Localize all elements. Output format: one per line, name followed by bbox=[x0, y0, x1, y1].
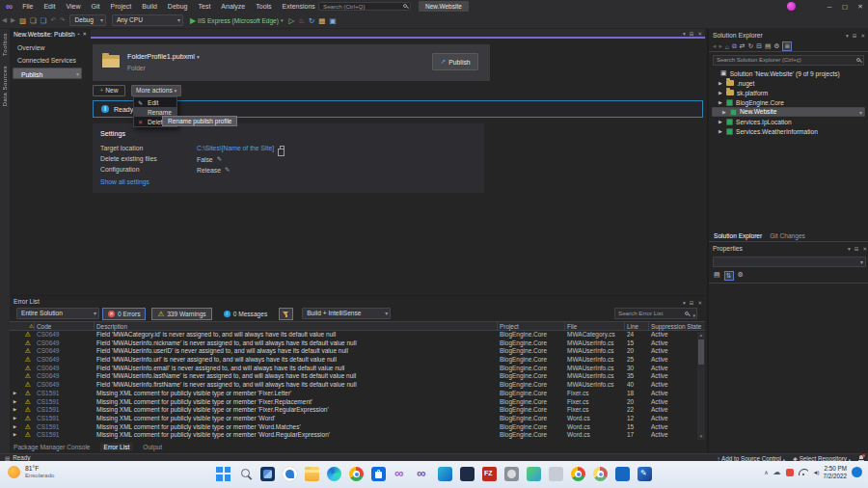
search-input[interactable]: Search (Ctrl+Q) bbox=[318, 2, 411, 11]
tab-publish[interactable]: New.Website: Publish ▪ ✕ bbox=[10, 29, 91, 39]
tree-item-sk-platform[interactable]: ▶sk.platform bbox=[709, 88, 868, 97]
close-icon[interactable]: ✕ bbox=[862, 246, 867, 252]
alphabetical-icon[interactable]: ⇅ bbox=[724, 271, 734, 281]
account-avatar[interactable] bbox=[787, 2, 796, 11]
tray-chevron-icon[interactable]: ∧ bbox=[764, 469, 768, 475]
caret-down-icon[interactable]: ▾ bbox=[846, 33, 849, 39]
widgets-icon[interactable] bbox=[260, 467, 275, 481]
filter-button[interactable] bbox=[279, 308, 293, 320]
tab-package-manager-console[interactable]: Package Manager Console bbox=[14, 444, 91, 450]
maximize-button[interactable]: ▢ bbox=[837, 3, 853, 11]
error-row[interactable]: ▶⚠CS1591Missing XML comment for publicly… bbox=[10, 431, 705, 440]
browser-preview-icon[interactable]: ▣ bbox=[327, 16, 338, 25]
error-row[interactable]: ▶⚠CS1591Missing XML comment for publicly… bbox=[10, 390, 705, 398]
error-list-search-input[interactable]: Search Error List ▾ bbox=[614, 308, 697, 319]
caret-down-icon[interactable]: ▾ bbox=[848, 246, 851, 252]
properties-wrench-icon[interactable]: ⚙ bbox=[773, 42, 779, 50]
tree-item-blogengine-core[interactable]: ▶BlogEngine.Core bbox=[709, 97, 868, 107]
scrollbar-thumb[interactable] bbox=[698, 339, 704, 365]
tree-item-solution-new-website-9-of-9-projects[interactable]: ▣Solution 'New.Website' (9 of 9 projects… bbox=[709, 68, 868, 78]
caret-down-icon[interactable]: ▾ bbox=[683, 31, 686, 37]
filezilla-icon[interactable] bbox=[482, 467, 497, 481]
open-folder-icon[interactable]: ❏ bbox=[28, 16, 39, 25]
visual-studio-icon[interactable] bbox=[393, 467, 408, 481]
store-icon[interactable] bbox=[371, 467, 386, 481]
menu-extensions[interactable]: Extensions bbox=[278, 1, 320, 13]
publish-nav-overview[interactable]: Overview bbox=[10, 42, 85, 53]
minimize-button[interactable]: ─ bbox=[822, 3, 837, 10]
blue-editor-icon[interactable] bbox=[637, 467, 652, 481]
app-blue-icon[interactable] bbox=[615, 467, 630, 481]
gimp-icon[interactable] bbox=[504, 467, 519, 481]
error-row[interactable]: ⚠CS0649Field 'MWAUserInfo.url' is never … bbox=[10, 356, 705, 365]
edit-pencil-icon[interactable]: ✎ bbox=[225, 166, 230, 174]
search-icon[interactable] bbox=[238, 467, 253, 481]
home-icon[interactable]: ⌂ bbox=[725, 43, 729, 50]
nav-forward-icon[interactable]: ▶ bbox=[9, 16, 17, 24]
chat-icon[interactable] bbox=[283, 467, 297, 481]
tray-app-icon[interactable] bbox=[786, 469, 794, 476]
pin-icon[interactable]: ⊟ bbox=[853, 33, 857, 39]
visual-studio-2-icon[interactable] bbox=[416, 467, 430, 481]
menu-item-edit[interactable]: ✎ Edit bbox=[134, 97, 176, 107]
solution-badge[interactable]: New.Website bbox=[419, 1, 469, 12]
expand-arrow-icon[interactable]: ▶ bbox=[722, 107, 727, 117]
severity-sort-icon[interactable]: ⚠ bbox=[10, 322, 35, 331]
solution-explorer-search-input[interactable]: Search Solution Explorer (Ctrl+ç) bbox=[713, 55, 864, 66]
file-explorer-icon[interactable] bbox=[305, 467, 319, 481]
error-row[interactable]: ⚠CS0649Field 'MWAUserInfo.userID' is nev… bbox=[10, 347, 705, 356]
search-icon[interactable] bbox=[403, 4, 407, 8]
expand-arrow-icon[interactable]: ▶ bbox=[10, 390, 20, 398]
scope-icon[interactable]: ⇄ bbox=[740, 42, 746, 50]
close-button[interactable]: ✕ bbox=[853, 3, 868, 11]
tab-solution-explorer[interactable]: Solution Explorer bbox=[714, 232, 762, 239]
vertical-scrollbar[interactable]: ▲ ▼ bbox=[697, 332, 705, 440]
sync-active-document-icon[interactable]: ⧉ bbox=[732, 42, 737, 50]
chrome-beta-icon[interactable] bbox=[571, 467, 585, 481]
close-icon[interactable]: ✕ bbox=[860, 33, 865, 39]
toolbox-vertical-tab[interactable]: Toolbox bbox=[2, 33, 8, 56]
data-sources-vertical-tab[interactable]: Data Sources bbox=[2, 66, 8, 106]
menu-tools[interactable]: Tools bbox=[251, 1, 276, 13]
onedrive-cloud-icon[interactable]: ☁ bbox=[773, 469, 781, 476]
error-row[interactable]: ▶⚠CS1591Missing XML comment for publicly… bbox=[10, 415, 705, 423]
expand-arrow-icon[interactable]: ▶ bbox=[10, 423, 20, 432]
close-icon[interactable]: ✕ bbox=[697, 300, 702, 306]
error-row[interactable]: ▶⚠CS1591Missing XML comment for publicly… bbox=[10, 423, 705, 432]
show-all-files-icon[interactable]: ▤ bbox=[765, 42, 771, 50]
platform-select[interactable]: Any CPU bbox=[112, 14, 183, 26]
back-icon[interactable]: ◂ bbox=[713, 42, 716, 50]
caret-down-icon[interactable]: ▾ bbox=[683, 300, 686, 306]
expand-arrow-icon[interactable]: ▶ bbox=[719, 119, 723, 124]
more-actions-button[interactable]: More actions ▾ bbox=[131, 85, 181, 96]
error-row[interactable]: ⚠CS0649Field 'MWACategory.id' is never a… bbox=[10, 331, 705, 339]
nav-back-icon[interactable]: ◀ bbox=[0, 16, 9, 24]
errors-toggle[interactable]: ✕0 Errors bbox=[102, 308, 146, 320]
profile-name-dropdown[interactable]: FolderProfile1.pubxml ▾ bbox=[127, 52, 200, 61]
refresh-icon[interactable]: ↻ bbox=[748, 42, 754, 50]
edge-icon[interactable] bbox=[327, 467, 341, 481]
start-icon[interactable] bbox=[216, 467, 231, 481]
properties-header[interactable]: Properties ▾ ⊟ ✕ bbox=[709, 242, 868, 255]
show-all-settings-link[interactable]: Show all settings bbox=[100, 178, 149, 185]
float-icon[interactable]: ⊟ bbox=[690, 31, 694, 37]
new-project-icon[interactable]: ▨ bbox=[17, 16, 28, 25]
solution-explorer-header[interactable]: Solution Explorer ▾ ⊟ ✕ bbox=[709, 29, 868, 41]
property-pages-icon[interactable]: ⚙ bbox=[738, 271, 744, 281]
photos-icon[interactable] bbox=[527, 467, 541, 481]
edit-pencil-icon[interactable]: ✎ bbox=[217, 155, 222, 163]
pin-icon[interactable]: ⊟ bbox=[854, 246, 859, 252]
restart-icon[interactable]: ↻ bbox=[307, 16, 316, 25]
scope-select[interactable]: Entire Solution bbox=[16, 308, 99, 319]
error-row[interactable]: ⚠CS0649Field 'MWAUserInfo.email' is neve… bbox=[10, 365, 705, 373]
toolbox-folder-icon[interactable]: ▦ bbox=[316, 16, 327, 25]
publish-nav-connected-services[interactable]: Connected Services bbox=[10, 55, 85, 66]
clock[interactable]: 2:50 PM 7/2/2022 bbox=[823, 465, 847, 479]
column-project[interactable]: Project bbox=[498, 322, 565, 331]
expand-arrow-icon[interactable]: ▶ bbox=[719, 90, 723, 95]
tab-output[interactable]: Output bbox=[143, 444, 162, 450]
menu-debug[interactable]: Debug bbox=[163, 1, 193, 13]
new-profile-button[interactable]: + New bbox=[93, 85, 125, 96]
tree-item-services-weatherinformation[interactable]: ▶Services.WeatherInformation bbox=[709, 126, 868, 136]
column-code[interactable]: Code bbox=[35, 322, 95, 331]
